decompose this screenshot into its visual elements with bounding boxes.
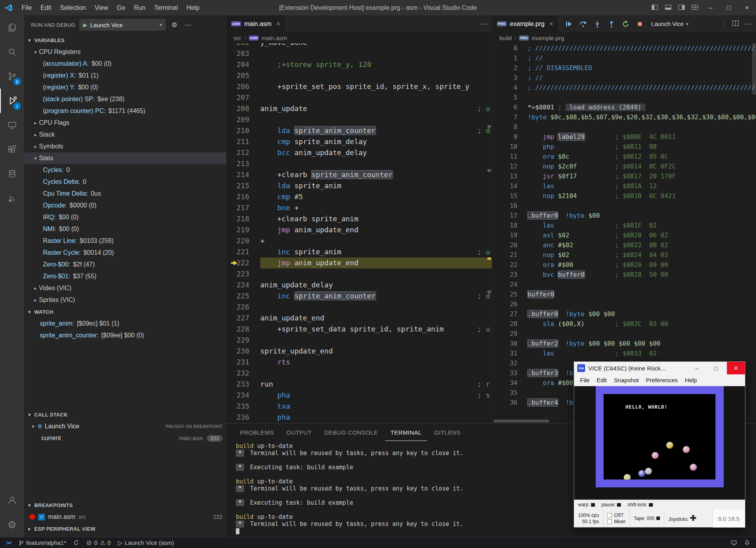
breakpoints-section-header[interactable]: ▾ BREAKPOINTS: [24, 499, 226, 511]
joysticks-indicator[interactable]: Joysticks:: [664, 509, 700, 528]
callstack-thread-row[interactable]: ▾ ⚙ Launch Vice PAUSED ON BREAKPOINT: [24, 420, 226, 432]
start-debug-icon[interactable]: ▶: [83, 22, 87, 28]
watch-section-header[interactable]: ▾ WATCH: [24, 306, 226, 318]
editor-actions-more-icon[interactable]: ⋯: [744, 20, 751, 28]
vertical-scrollbar[interactable]: [752, 43, 756, 94]
split-editor-icon[interactable]: [732, 20, 739, 28]
code-editor-main-asm[interactable]: 202y_move_done203204 ;+storew sprite_y, …: [226, 43, 492, 423]
sync-item[interactable]: [70, 537, 83, 548]
debug-restart-icon[interactable]: [621, 19, 631, 29]
esp-peripheral-section-header[interactable]: ▸ ESP PERIPHERAL VIEW: [24, 523, 226, 535]
vice-menu-file[interactable]: File: [576, 377, 593, 383]
activity-account-icon[interactable]: [0, 488, 24, 513]
activity-remote-explorer-icon[interactable]: [0, 113, 24, 137]
vice-menu-help[interactable]: Help: [681, 377, 700, 383]
activity-run-debug-icon[interactable]: 1: [0, 89, 24, 113]
editor-actions-more-icon[interactable]: ⋯: [480, 20, 487, 28]
vice-menu-edit[interactable]: Edit: [593, 377, 610, 383]
variables-row-stack[interactable]: ▸Stack: [24, 129, 226, 141]
git-branch-item[interactable]: feature/alpha1*: [15, 537, 70, 548]
remote-indicator[interactable]: ><: [2, 537, 15, 548]
menu-go[interactable]: Go: [113, 0, 130, 15]
menu-terminal[interactable]: Terminal: [150, 0, 182, 15]
breadcrumb-file[interactable]: main.asm: [261, 35, 287, 41]
debug-continue-icon[interactable]: [564, 19, 574, 29]
activity-database-icon[interactable]: [0, 162, 24, 186]
variables-section-header[interactable]: ▾ VARIABLES: [24, 34, 226, 46]
toggle-sidebar-icon[interactable]: [648, 4, 662, 11]
vice-menu-preferences[interactable]: Preferences: [642, 377, 681, 383]
menu-help[interactable]: Help: [182, 0, 204, 15]
variables-row-zero-00[interactable]: Zero-$00:$2f (47): [24, 259, 226, 270]
vice-maximize-button[interactable]: □: [708, 362, 724, 374]
variables-row-cpu-flags[interactable]: ▸CPU Flags: [24, 117, 226, 129]
variables-row-cycles-delta[interactable]: Cycles Delta:0: [24, 176, 226, 188]
warp-led[interactable]: [591, 503, 595, 507]
menu-selection[interactable]: Selection: [56, 0, 90, 15]
debug-step-out-icon[interactable]: [606, 19, 617, 29]
activity-search-icon[interactable]: [0, 40, 24, 64]
activity-extensions-icon[interactable]: [0, 137, 24, 162]
notifications-item[interactable]: [741, 540, 754, 546]
vice-close-button[interactable]: ×: [727, 362, 745, 374]
callstack-frame-row[interactable]: current main.asm 222: [24, 432, 226, 444]
variables-row-cycles[interactable]: Cycles:0: [24, 164, 226, 176]
variables-row-cpu-registers[interactable]: ▾CPU Registers: [24, 46, 226, 58]
activity-source-control-icon[interactable]: 6: [0, 64, 24, 89]
variables-row-stack-pointer-sp[interactable]: (stack pointer) SP:$ee (238): [24, 93, 226, 105]
breadcrumb-folder[interactable]: build: [499, 35, 512, 41]
close-icon[interactable]: ×: [549, 20, 553, 28]
activity-settings-gear-icon[interactable]: ⚙: [0, 513, 24, 537]
call-stack-section-header[interactable]: ▾ CALL STACK: [24, 409, 226, 420]
variables-row-opcode[interactable]: Opcode:$0000 (0): [24, 200, 226, 211]
vice-emulator-window[interactable]: C64 VICE (C64SC) (Keine Rück... – □ × Fi…: [574, 361, 745, 528]
close-button[interactable]: ×: [738, 0, 756, 15]
variables-row-cpu-time-delta[interactable]: Cpu Time Delta:0us: [24, 188, 226, 200]
variables-row-video-vic[interactable]: ▸Video (VIC): [24, 282, 226, 294]
watch-row[interactable]: sprite_anim_counter:[$09ee] $00 (0): [24, 330, 226, 341]
debug-step-into-icon[interactable]: [592, 19, 602, 29]
crt-checkbox[interactable]: CRT: [607, 513, 625, 518]
maximize-button[interactable]: □: [720, 0, 738, 15]
remote-screen-item[interactable]: [727, 540, 741, 546]
activity-explorer-icon[interactable]: [0, 15, 24, 40]
variables-row-program-counter-pc[interactable]: (program counter) PC:$1171 (4465): [24, 105, 226, 117]
vice-title-bar[interactable]: C64 VICE (C64SC) (Keine Rück... – □ ×: [574, 362, 745, 374]
panel-tab-debug-console[interactable]: DEBUG CONSOLE: [319, 424, 384, 441]
mixer-checkbox[interactable]: Mixer: [607, 519, 625, 524]
menu-view[interactable]: View: [90, 0, 112, 15]
variables-row-raster-cycle[interactable]: Raster Cycle:$0014 (20): [24, 247, 226, 259]
vice-minimize-button[interactable]: –: [689, 362, 705, 374]
variables-row-irq[interactable]: IRQ:$00 (0): [24, 211, 226, 223]
toggle-panel-icon[interactable]: [662, 4, 675, 11]
task-item[interactable]: ▷ Launch Vice (asm): [114, 537, 177, 548]
menu-edit[interactable]: Edit: [36, 0, 56, 15]
breadcrumb-file[interactable]: example.prg: [532, 35, 564, 41]
launch-config-dropdown[interactable]: ▶ Launch Vice ▾: [79, 19, 166, 31]
breadcrumb-left[interactable]: src › ASM main.asm: [226, 32, 492, 43]
problems-item[interactable]: 0 ⚠ 0: [83, 537, 114, 548]
menu-run[interactable]: Run: [130, 0, 150, 15]
toggle-secondary-sidebar-icon[interactable]: [675, 4, 688, 11]
debug-launch-dropdown[interactable]: Launch Vice ▾: [651, 20, 688, 27]
panel-tab-gitlens[interactable]: GITLENS: [429, 424, 466, 441]
tab-example-prg[interactable]: PRG example.prg ×: [492, 15, 558, 32]
variables-row-register-y[interactable]: (register) Y:$00 (0): [24, 81, 226, 93]
variables-row-symbols[interactable]: ▸Symbols: [24, 141, 226, 152]
debug-gear-icon[interactable]: ⚙: [170, 21, 179, 29]
shift-lock-led[interactable]: [649, 503, 653, 507]
tab-main-asm[interactable]: ASM main.asm ×: [226, 15, 285, 32]
breakpoint-checkbox[interactable]: ✓: [38, 514, 45, 520]
tape-counter[interactable]: Tape: 000: [630, 509, 664, 528]
variables-row-sprites-vic[interactable]: ▸Sprites (VIC): [24, 294, 226, 306]
customize-layout-icon[interactable]: [688, 4, 702, 11]
panel-tab-terminal[interactable]: TERMINAL: [385, 424, 427, 441]
panel-tab-output[interactable]: OUTPUT: [281, 424, 317, 441]
vice-menu-snapshot[interactable]: Snapshot: [610, 377, 642, 383]
variables-row-zero-01[interactable]: Zero-$01:$37 (55): [24, 270, 226, 282]
pause-led[interactable]: [617, 503, 621, 507]
variables-row-raster-line[interactable]: Raster Line:$0103 (259): [24, 235, 226, 247]
variables-row-accumulator-a[interactable]: (accumulator) A:$00 (0): [24, 58, 226, 70]
activity-broadcast-icon[interactable]: [0, 186, 24, 211]
breakpoint-row[interactable]: ✓ main.asm src 222: [24, 511, 226, 523]
